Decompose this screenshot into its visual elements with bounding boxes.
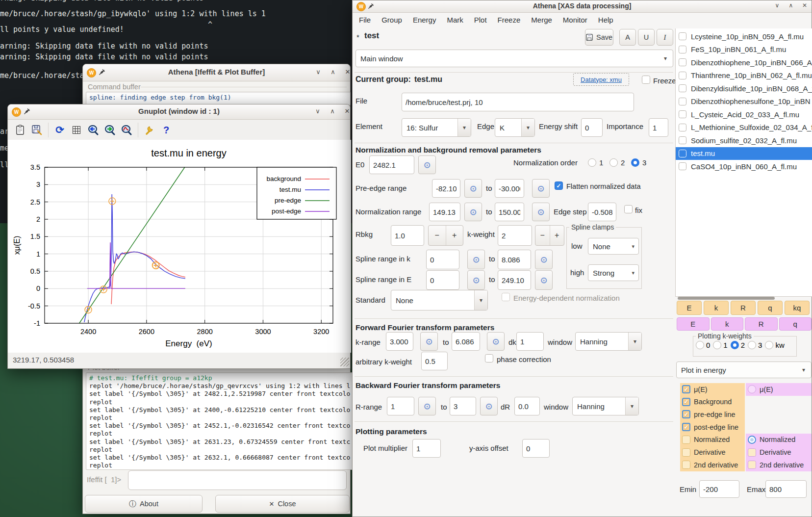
norm-range-from-input[interactable] — [429, 203, 460, 221]
dk-input[interactable] — [516, 332, 544, 351]
close-icon[interactable]: ✕ — [800, 2, 810, 9]
current-option-Derivative[interactable]: Derivative — [748, 446, 791, 459]
help-icon[interactable]: ? — [158, 122, 175, 138]
emin-input[interactable] — [699, 480, 739, 498]
standard-select[interactable]: None ▾ — [391, 290, 488, 310]
minus-icon[interactable]: − — [429, 226, 446, 245]
edge-step-input[interactable] — [588, 203, 616, 221]
group-list-item[interactable]: CaSO4_10p_inBN_060_A_fl.mu — [676, 160, 812, 173]
r-range-to-input[interactable] — [450, 397, 476, 415]
menu-item-freeze[interactable]: Freeze — [493, 13, 525, 26]
grid-icon[interactable] — [68, 122, 85, 138]
mark-checkbox[interactable] — [679, 150, 686, 157]
plot-multiplier-input[interactable] — [412, 439, 441, 458]
gnuplot-titlebar[interactable]: W Gnuplot (window id : 1) ∨ ∧ ✕ — [8, 104, 350, 120]
mark-checkbox[interactable] — [679, 136, 686, 144]
checkbox-icon[interactable] — [682, 448, 690, 457]
zoom-next-icon[interactable] — [102, 122, 118, 138]
checkbox-icon[interactable] — [682, 436, 690, 444]
file-input[interactable] — [402, 93, 634, 111]
gnuplot-window[interactable]: W Gnuplot (window id : 1) ∨ ∧ ✕ ⟳ — [7, 104, 351, 369]
checkbox-icon[interactable] — [748, 461, 756, 469]
radio-icon[interactable] — [748, 385, 756, 393]
backward-window-select[interactable]: Hanning ▾ — [572, 397, 639, 415]
energy-dependent-norm-checkbox[interactable] — [502, 293, 510, 301]
marked-option-2nd derivative[interactable]: 2nd derivative — [682, 459, 738, 471]
plot-space-select[interactable]: Plot in energy ▾ — [676, 362, 812, 378]
edge-select[interactable]: K ▾ — [495, 118, 535, 137]
k-weight-1-radio[interactable] — [713, 341, 721, 349]
norm-order-2-radio[interactable] — [609, 158, 618, 167]
save-icon[interactable] — [28, 122, 45, 138]
close-icon[interactable]: ✕ — [342, 107, 352, 115]
element-select[interactable]: 16: Sulfur ▾ — [402, 118, 471, 137]
spline-k-from-input[interactable] — [426, 250, 459, 269]
spline-e-to-input[interactable] — [498, 270, 531, 290]
save-button[interactable]: Save — [585, 29, 613, 46]
plot-marked-kq-button[interactable]: kq — [785, 301, 810, 315]
rbkg-input[interactable] — [391, 225, 424, 246]
pre-edge-to-input[interactable] — [495, 179, 524, 198]
pre-edge-from-input[interactable] — [432, 179, 460, 198]
group-list[interactable]: Lcysteine_10p_inBN_059_A_fl.muFeS_10p_in… — [675, 28, 812, 297]
spline-e-from-pluck-button[interactable]: ⊙ — [467, 270, 485, 290]
athena-titlebar[interactable]: W Athena [XAS data processing] ∨ ∧ ✕ — [353, 0, 812, 13]
menu-item-file[interactable]: File — [355, 13, 375, 26]
main-window-select[interactable]: Main window ▾ — [355, 50, 673, 67]
flatten-checkbox[interactable]: ✓ — [555, 181, 563, 190]
phase-correction-checkbox[interactable] — [485, 354, 493, 362]
group-list-item[interactable]: Dibenzothiophenesulfone_10p_inBN — [676, 95, 812, 108]
refresh-icon[interactable]: ⟳ — [51, 122, 68, 138]
marked-option-pre-edge line[interactable]: ✓pre-edge line — [682, 408, 736, 420]
minimize-icon[interactable]: ∨ — [772, 2, 782, 9]
k-range-to-pluck-button[interactable]: ⊙ — [487, 332, 505, 351]
minimize-icon[interactable]: ∨ — [313, 68, 323, 76]
plot-marked-k-button[interactable]: k — [704, 301, 729, 315]
forward-window-select[interactable]: Hanning ▾ — [575, 332, 642, 351]
mark-checkbox[interactable] — [679, 58, 686, 66]
menu-item-group[interactable]: Group — [377, 13, 406, 26]
zoom-region-icon[interactable] — [118, 122, 135, 138]
k-range-from-input[interactable] — [386, 332, 413, 351]
marked-option-post-edge line[interactable]: ✓post-edge line — [682, 421, 738, 433]
importance-input[interactable] — [649, 118, 668, 137]
r-range-from-input[interactable] — [387, 397, 414, 415]
plot-marked-R-button[interactable]: R — [731, 301, 756, 315]
menu-item-mark[interactable]: Mark — [442, 13, 467, 26]
checkbox-icon[interactable] — [682, 461, 690, 469]
group-list-item[interactable]: FeS_10p_inBN_061_A_fl.mu — [676, 43, 812, 56]
fix-checkbox[interactable] — [624, 205, 633, 213]
current-option-2nd derivative[interactable]: 2nd derivative — [748, 459, 804, 471]
menu-item-plot[interactable]: Plot — [470, 13, 491, 26]
zoom-previous-icon[interactable] — [85, 122, 102, 138]
minus-icon[interactable]: − — [535, 226, 550, 245]
mark-all-button[interactable]: A — [619, 29, 636, 46]
plot-buffer-titlebar[interactable]: W Athena [Ifeffit & Plot Buffer] ∨ ∧ ✕ — [83, 64, 350, 81]
group-list-item[interactable]: Lcysteine_10p_inBN_059_A_fl.mu — [676, 30, 812, 43]
r-range-from-pluck-button[interactable]: ⊙ — [418, 397, 436, 415]
group-list-item[interactable]: Thianthrene_10p_inBN_062_A_fl.mu — [676, 69, 812, 82]
radio-icon[interactable] — [748, 436, 756, 444]
plot-current-R-button[interactable]: R — [745, 317, 778, 331]
k-weight-input[interactable] — [498, 225, 532, 246]
checkbox-icon[interactable]: ✓ — [682, 398, 690, 406]
y-axis-offset-input[interactable] — [522, 439, 550, 458]
mark-checkbox[interactable] — [679, 110, 686, 118]
mark-checkbox[interactable] — [679, 124, 686, 131]
menu-item-merge[interactable]: Merge — [527, 13, 557, 26]
group-list-item[interactable]: Dibenzyldisulfide_10p_inBN_068_A_f — [676, 82, 812, 95]
settings-icon[interactable] — [141, 122, 158, 138]
resize-grip[interactable] — [340, 358, 349, 366]
k-weight-2-radio[interactable] — [731, 341, 739, 349]
minimize-icon[interactable]: ∨ — [313, 107, 323, 115]
norm-order-1-radio[interactable] — [588, 158, 596, 167]
marked-option-Derivative[interactable]: Derivative — [682, 446, 725, 459]
group-list-item[interactable]: test.mu — [676, 147, 812, 160]
k-weight-0-radio[interactable] — [696, 341, 704, 349]
plot-current-q-button[interactable]: q — [779, 317, 812, 331]
menu-item-help[interactable]: Help — [594, 13, 618, 26]
maximize-icon[interactable]: ∧ — [328, 68, 338, 76]
plot-marked-E-button[interactable]: E — [677, 301, 702, 315]
k-range-from-pluck-button[interactable]: ⊙ — [420, 332, 438, 351]
copy-to-clipboard-icon[interactable] — [12, 122, 28, 138]
